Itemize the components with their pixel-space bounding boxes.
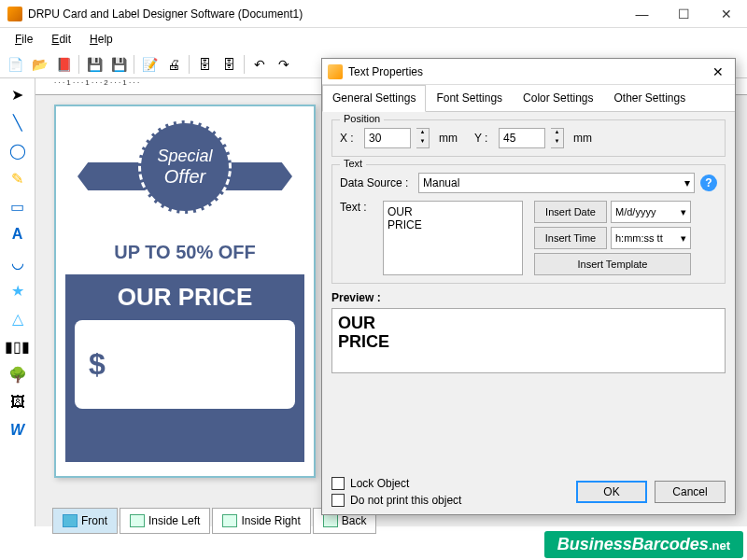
dialog-close-button[interactable]: ✕ (707, 64, 729, 79)
database-icon[interactable]: 🗄 (193, 53, 216, 76)
print-icon[interactable]: 🖨 (162, 53, 185, 76)
chevron-down-icon: ▾ (684, 176, 690, 189)
ok-button[interactable]: OK (576, 481, 647, 503)
datasource-label: Data Source : (340, 176, 413, 189)
x-spinner[interactable]: ▲▼ (416, 128, 430, 148)
special-offer-badge[interactable]: Special Offer (82, 120, 288, 232)
noprint-label: Do not print this object (350, 494, 461, 507)
chevron-down-icon: ▾ (681, 206, 686, 218)
price-title: OUR PRICE (75, 284, 295, 311)
x-input[interactable] (364, 128, 411, 148)
open-icon[interactable]: 📂 (28, 53, 50, 76)
help-icon[interactable]: ? (700, 175, 717, 191)
maximize-button[interactable]: ☐ (663, 0, 705, 28)
tab-color-settings[interactable]: Color Settings (513, 85, 603, 111)
position-fieldset: Position X : ▲▼ mm Y : ▲▼ mm (331, 119, 726, 157)
rectangle-tool-icon[interactable]: ▭ (5, 194, 31, 218)
new-icon[interactable]: 📄 (4, 53, 26, 76)
y-spinner[interactable]: ▲▼ (551, 128, 564, 148)
preview-label: Preview : (331, 291, 726, 304)
ribbon-left-icon (78, 162, 148, 190)
app-icon (7, 7, 22, 21)
page-tab-inside-right[interactable]: Inside Right (212, 508, 310, 534)
page-tab-inside-left[interactable]: Inside Left (120, 508, 210, 534)
ellipse-tool-icon[interactable]: ◯ (5, 138, 31, 162)
pencil-tool-icon[interactable]: ✎ (5, 166, 31, 190)
card-design: Special Offer UP TO 50% OFF OUR PRICE $ (56, 106, 314, 476)
select-tool-icon[interactable]: ➤ (5, 82, 31, 106)
text-fieldset: Text Data Source : Manual▾ ? Text : Inse… (331, 164, 726, 284)
dialog-tabs: General Settings Font Settings Color Set… (322, 85, 735, 112)
titlebar: DRPU Card and Label Designer Software (D… (0, 0, 747, 28)
dialog-footer: Lock Object Do not print this object OK … (322, 469, 735, 514)
badge-text-1: Special (157, 147, 212, 166)
open-red-icon[interactable]: 📕 (52, 53, 75, 76)
ribbon-right-icon (222, 162, 292, 190)
page-icon (63, 514, 78, 527)
chevron-down-icon: ▾ (681, 232, 686, 245)
watermark: BusinessBarcodes.net (544, 531, 743, 558)
dialog-title: Text Properties (348, 65, 707, 78)
edit-icon[interactable]: 📝 (138, 53, 161, 76)
x-unit: mm (439, 132, 458, 145)
page-icon (323, 514, 338, 527)
tab-font-settings[interactable]: Font Settings (426, 85, 513, 111)
menu-help[interactable]: Help (82, 31, 120, 48)
undo-icon[interactable]: ↶ (248, 53, 271, 76)
page-tab-front[interactable]: Front (52, 508, 118, 534)
saveas-icon[interactable]: 💾 (107, 53, 130, 76)
dialog-titlebar[interactable]: Text Properties ✕ (322, 59, 735, 85)
insert-time-button[interactable]: Insert Time (534, 227, 607, 249)
line-tool-icon[interactable]: ╲ (5, 110, 31, 134)
arc-tool-icon[interactable]: ◡ (5, 250, 31, 274)
date-format-select[interactable]: M/d/yyyy▾ (611, 201, 691, 223)
image-tool-icon[interactable]: 🌳 (5, 362, 31, 386)
y-unit: mm (573, 132, 592, 145)
redo-icon[interactable]: ↷ (273, 53, 295, 76)
menubar: File Edit Help (0, 28, 747, 50)
menu-edit[interactable]: Edit (44, 31, 78, 48)
star-tool-icon[interactable]: ★ (5, 278, 31, 302)
lock-object-checkbox[interactable] (331, 477, 345, 490)
y-label: Y : (474, 132, 493, 145)
close-button[interactable]: ✕ (705, 0, 747, 28)
text-input[interactable] (383, 201, 523, 275)
lock-object-label: Lock Object (350, 477, 409, 490)
tab-general-settings[interactable]: General Settings (322, 85, 426, 112)
insert-template-button[interactable]: Insert Template (534, 253, 691, 275)
datasource-select[interactable]: Manual▾ (418, 173, 695, 193)
insert-date-button[interactable]: Insert Date (534, 201, 607, 223)
badge-text-2: Offer (164, 166, 205, 188)
barcode-tool-icon[interactable]: ▮▯▮ (5, 334, 31, 358)
text-legend: Text (340, 158, 366, 169)
tool-palette: ➤ ╲ ◯ ✎ ▭ A ◡ ★ △ ▮▯▮ 🌳 🖼 W (0, 78, 35, 526)
page-icon (222, 514, 237, 527)
offer-text[interactable]: UP TO 50% OFF (56, 242, 314, 263)
cancel-button[interactable]: Cancel (655, 481, 726, 503)
preview-box: OUR PRICE (331, 308, 726, 373)
text-tool-icon[interactable]: A (5, 222, 31, 246)
price-box: $ (75, 320, 295, 409)
page-icon (130, 514, 145, 527)
window-title: DRPU Card and Label Designer Software (D… (28, 7, 621, 21)
noprint-checkbox[interactable] (331, 494, 345, 507)
dialog-body: Position X : ▲▼ mm Y : ▲▼ mm Text Data S… (322, 112, 735, 469)
image2-tool-icon[interactable]: 🖼 (5, 390, 31, 414)
position-legend: Position (340, 113, 384, 124)
text-label: Text : (340, 201, 377, 275)
minimize-button[interactable]: — (621, 0, 663, 28)
design-canvas[interactable]: Special Offer UP TO 50% OFF OUR PRICE $ (54, 105, 316, 478)
badge-circle: Special Offer (138, 120, 232, 214)
y-input[interactable] (499, 128, 545, 148)
wordart-tool-icon[interactable]: W (5, 418, 31, 442)
price-block[interactable]: OUR PRICE $ (65, 274, 304, 462)
tab-other-settings[interactable]: Other Settings (603, 85, 696, 111)
database2-icon[interactable]: 🗄 (218, 53, 240, 76)
triangle-tool-icon[interactable]: △ (5, 306, 31, 330)
currency-symbol: $ (89, 347, 106, 382)
save-icon[interactable]: 💾 (83, 53, 106, 76)
time-format-select[interactable]: h:mm:ss tt▾ (611, 227, 691, 249)
dialog-icon (328, 64, 343, 79)
menu-file[interactable]: File (7, 31, 40, 48)
text-properties-dialog: Text Properties ✕ General Settings Font … (321, 58, 736, 515)
